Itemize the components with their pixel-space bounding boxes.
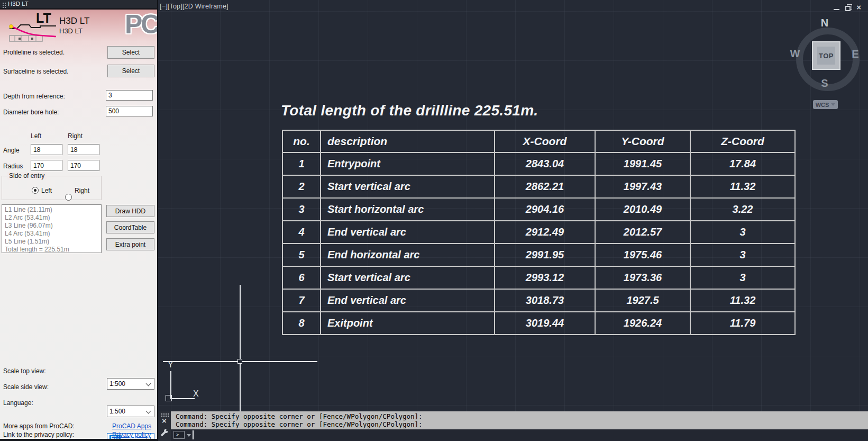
depth-label: Depth from reference: <box>3 93 65 100</box>
ucs-origin-box[interactable] <box>166 395 172 401</box>
table-cell: 11.32 <box>690 289 795 312</box>
window-controls: × <box>834 3 861 12</box>
side-right-radio-label[interactable]: Right <box>75 187 89 194</box>
side-left-radio[interactable] <box>32 187 39 194</box>
radius-left-input[interactable] <box>31 160 62 171</box>
side-right-radio[interactable] <box>65 194 72 201</box>
viewcube-south[interactable]: S <box>814 77 835 89</box>
diameter-input[interactable] <box>106 106 153 116</box>
app-name: H3D LT <box>59 16 89 26</box>
angle-right-input[interactable] <box>68 144 99 155</box>
table-cell: End vertical arc <box>321 289 495 312</box>
table-cell: 2993.12 <box>495 266 595 289</box>
table-cell: 1927.5 <box>595 289 690 312</box>
panel-grip-icon[interactable] <box>2 2 6 8</box>
table-header: Z-Coord <box>690 130 795 152</box>
viewport-controls-label[interactable]: [−][Top][2D Wireframe] <box>160 3 229 10</box>
table-cell: 1997.43 <box>595 175 690 198</box>
list-item[interactable]: L1 Line (21.11m) <box>5 206 98 214</box>
command-input-line[interactable]: >_ <box>171 429 868 441</box>
command-prompt-icon[interactable]: >_ <box>173 431 185 439</box>
panel-titlebar[interactable]: H3D LT <box>0 0 158 10</box>
left-column-header: Left <box>31 132 41 140</box>
table-cell: 3 <box>690 244 795 266</box>
close-icon[interactable]: × <box>856 3 861 12</box>
procad-apps-link[interactable]: ProCAD Apps <box>112 422 151 430</box>
table-cell: 1991.45 <box>595 152 690 175</box>
viewcube-east[interactable]: E <box>845 48 866 60</box>
command-history[interactable]: Command: Specify opposite corner or [Fen… <box>171 411 868 429</box>
radius-right-input[interactable] <box>68 160 99 171</box>
ucs-y-axis[interactable] <box>170 371 171 398</box>
table-cell: 6 <box>282 266 321 289</box>
privacy-label: Link to the privacy policy: <box>3 431 74 438</box>
profileline-select-button[interactable]: Select <box>107 46 154 59</box>
depth-input[interactable] <box>106 90 153 101</box>
table-row: 1 Entrypoint 2843.04 1991.45 17.84 <box>282 152 795 175</box>
table-header-row: no. description X-Coord Y-Coord Z-Coord <box>282 130 795 152</box>
wcs-dropdown[interactable]: WCS <box>813 100 838 109</box>
crosshair-vertical <box>240 285 241 411</box>
scale-side-dropdown[interactable]: 1:500 <box>107 406 154 417</box>
ucs-x-axis[interactable] <box>170 398 195 399</box>
table-cell: Start horizontal arc <box>321 198 495 221</box>
table-row: 5 End horizontal arc 2991.95 1975.46 3 <box>282 244 795 266</box>
viewcube-top-face[interactable]: TOP <box>812 41 840 70</box>
table-row: 6 Start vertical arc 2993.12 1973.36 3 <box>282 266 795 289</box>
panel-bottom-strip <box>0 439 158 441</box>
logo-lt-text: LT <box>36 12 51 25</box>
table-cell: 5 <box>282 244 321 266</box>
table-cell: Start vertical arc <box>321 175 495 198</box>
ucs-x-label: X <box>193 389 199 399</box>
coord-table-button[interactable]: CoordTable <box>106 221 154 233</box>
viewcube-west[interactable]: W <box>784 48 806 60</box>
table-cell: 3.22 <box>690 198 795 221</box>
right-column-header: Right <box>68 132 83 140</box>
scale-top-label: Scale top view: <box>3 367 46 375</box>
dock-close-icon[interactable]: × <box>162 416 167 425</box>
table-row: 3 Start horizontal arc 2904.16 2010.49 3… <box>282 198 795 221</box>
table-cell: 11.32 <box>690 175 795 198</box>
angle-left-input[interactable] <box>31 144 62 155</box>
restore-icon[interactable] <box>845 6 851 11</box>
surfaceline-status: Surfaceline is selected. <box>3 68 68 75</box>
chevron-down-icon <box>831 103 835 106</box>
chevron-down-icon[interactable] <box>187 434 191 437</box>
h3d-logo: LT <box>8 12 58 44</box>
cad-viewport[interactable]: [−][Top][2D Wireframe] × N W E S TOP WCS… <box>158 0 868 441</box>
table-header: no. <box>282 130 321 152</box>
table-cell: Exitpoint <box>321 312 495 335</box>
diameter-label: Diameter bore hole: <box>3 109 59 116</box>
list-item[interactable]: L5 Line (1.51m) <box>5 238 98 246</box>
surfaceline-select-button[interactable]: Select <box>107 65 154 77</box>
coordinate-table[interactable]: no. description X-Coord Y-Coord Z-Coord … <box>282 130 796 335</box>
table-cell: 3019.44 <box>495 312 595 335</box>
wcs-label: WCS <box>816 102 829 108</box>
minimize-icon[interactable] <box>834 9 839 10</box>
table-cell: 1 <box>282 152 321 175</box>
list-item[interactable]: L4 Arc (53.41m) <box>5 230 98 238</box>
table-cell: 2843.04 <box>495 152 595 175</box>
h3d-lt-panel: H3D LT LT H3D LT H3D LT PC Profileline i… <box>0 0 158 441</box>
extra-point-button[interactable]: Extra point <box>106 238 154 250</box>
viewcube-face-label: TOP <box>819 52 834 60</box>
table-cell: 1926.24 <box>595 312 690 335</box>
draw-hdd-button[interactable]: Draw HDD <box>106 205 154 217</box>
scale-top-value: 1:500 <box>109 380 125 388</box>
segment-listbox[interactable]: L1 Line (21.11m) L2 Arc (53.41m) L3 Line… <box>2 204 102 253</box>
side-left-radio-label[interactable]: Left <box>41 187 52 194</box>
table-cell: End vertical arc <box>321 221 495 244</box>
angle-label: Angle <box>3 147 20 154</box>
table-cell: 3 <box>282 198 321 221</box>
list-item[interactable]: L2 Arc (53.41m) <box>5 214 98 222</box>
table-cell: 11.79 <box>690 312 795 335</box>
privacy-policy-link[interactable]: Privacy policy <box>112 431 151 438</box>
list-item[interactable]: L3 Line (96.07m) <box>5 222 98 230</box>
viewcube-north[interactable]: N <box>814 17 835 29</box>
table-header: X-Coord <box>495 130 595 152</box>
scale-top-dropdown[interactable]: 1:500 <box>107 378 154 390</box>
table-cell: 7 <box>282 289 321 312</box>
wrench-icon[interactable] <box>160 428 169 437</box>
list-item[interactable]: Total length = 225.51m <box>5 246 98 254</box>
table-cell: 3 <box>690 266 795 289</box>
